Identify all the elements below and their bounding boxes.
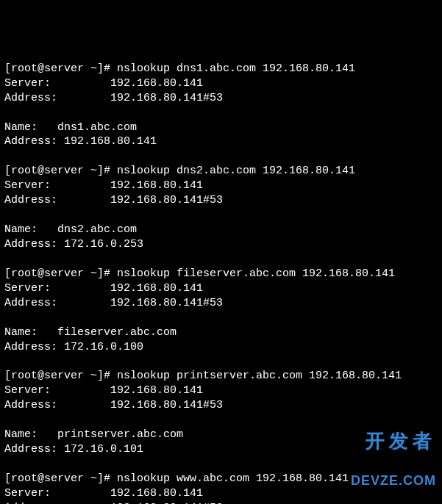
blank-line bbox=[4, 106, 438, 120]
server-address-line: Address: 192.168.80.141#53 bbox=[4, 193, 438, 208]
command-line: [root@server ~]# nslookup dns1.abc.com 1… bbox=[4, 62, 438, 76]
result-name-line: Name: fileserver.abc.com bbox=[4, 325, 438, 340]
shell-prompt: [root@server ~]# bbox=[4, 267, 117, 280]
result-name-line: Name: dns2.abc.com bbox=[4, 223, 438, 237]
command-line: [root@server ~]# nslookup fileserver.abc… bbox=[4, 267, 438, 281]
result-name-line: Name: dns1.abc.com bbox=[4, 120, 438, 135]
shell-prompt: [root@server ~]# bbox=[4, 62, 117, 75]
shell-prompt: [root@server ~]# bbox=[4, 165, 117, 177]
server-line: Server: 192.168.80.141 bbox=[4, 384, 438, 398]
terminal-output[interactable]: [root@server ~]# nslookup dns1.abc.com 1… bbox=[4, 62, 438, 504]
server-line: Server: 192.168.80.141 bbox=[4, 281, 438, 296]
shell-command: nslookup www.abc.com 192.168.80.141 bbox=[117, 472, 349, 485]
shell-command: nslookup fileserver.abc.com 192.168.80.1… bbox=[117, 267, 395, 280]
blank-line bbox=[4, 355, 438, 370]
server-address-line: Address: 192.168.80.141#53 bbox=[4, 398, 438, 413]
server-line: Server: 192.168.80.141 bbox=[4, 179, 438, 193]
result-address-line: Address: 172.16.0.100 bbox=[4, 340, 438, 355]
blank-line bbox=[4, 149, 438, 164]
server-address-line: Address: 192.168.80.141#53 bbox=[4, 501, 438, 504]
shell-command: nslookup dns1.abc.com 192.168.80.141 bbox=[117, 62, 355, 75]
result-name-line: Name: printserver.abc.com bbox=[4, 428, 438, 442]
shell-prompt: [root@server ~]# bbox=[4, 370, 117, 382]
blank-line bbox=[4, 311, 438, 325]
server-address-line: Address: 192.168.80.141#53 bbox=[4, 91, 438, 106]
shell-prompt: [root@server ~]# bbox=[4, 472, 117, 485]
command-line: [root@server ~]# nslookup printserver.ab… bbox=[4, 369, 438, 384]
result-address-line: Address: 172.16.0.101 bbox=[4, 442, 438, 457]
shell-command: nslookup dns2.abc.com 192.168.80.141 bbox=[117, 165, 355, 177]
shell-command: nslookup printserver.abc.com 192.168.80.… bbox=[117, 370, 402, 382]
server-line: Server: 192.168.80.141 bbox=[4, 486, 438, 501]
blank-line bbox=[4, 413, 438, 428]
command-line: [root@server ~]# nslookup dns2.abc.com 1… bbox=[4, 164, 438, 179]
blank-line bbox=[4, 208, 438, 223]
server-line: Server: 192.168.80.141 bbox=[4, 76, 438, 91]
server-address-line: Address: 192.168.80.141#53 bbox=[4, 296, 438, 311]
blank-line bbox=[4, 457, 438, 472]
result-address-line: Address: 192.168.80.141 bbox=[4, 134, 438, 149]
command-line: [root@server ~]# nslookup www.abc.com 19… bbox=[4, 472, 438, 486]
result-address-line: Address: 172.16.0.253 bbox=[4, 237, 438, 252]
blank-line bbox=[4, 252, 438, 267]
